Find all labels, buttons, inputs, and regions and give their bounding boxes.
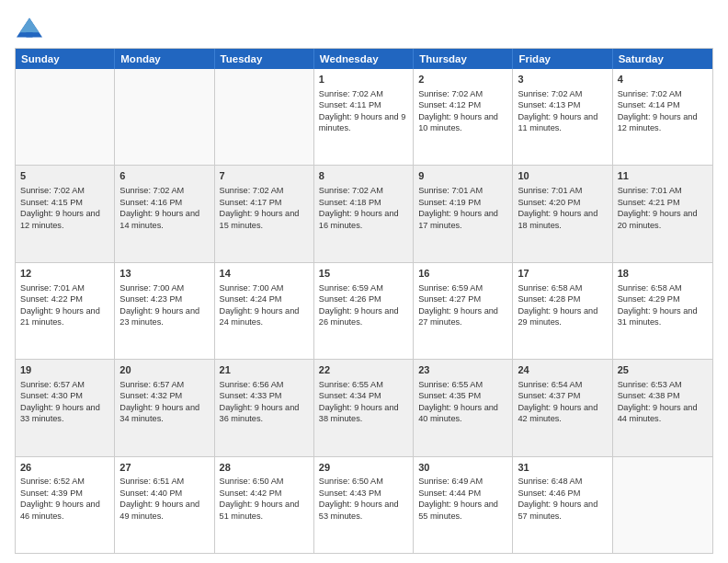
day-info: Sunrise: 6:58 AMSunset: 4:28 PMDaylight:… — [518, 283, 597, 327]
calendar-cell: 5Sunrise: 7:02 AMSunset: 4:15 PMDaylight… — [16, 166, 115, 261]
day-info: Sunrise: 6:59 AMSunset: 4:26 PMDaylight:… — [319, 283, 399, 327]
calendar-cell: 11Sunrise: 7:01 AMSunset: 4:21 PMDayligh… — [613, 166, 712, 261]
day-info: Sunrise: 6:55 AMSunset: 4:35 PMDaylight:… — [418, 380, 498, 423]
day-number: 29 — [319, 461, 408, 475]
calendar-cell: 24Sunrise: 6:54 AMSunset: 4:37 PMDayligh… — [513, 360, 612, 455]
day-number: 19 — [20, 363, 109, 377]
calendar-cell — [215, 69, 314, 165]
day-info: Sunrise: 6:49 AMSunset: 4:44 PMDaylight:… — [418, 477, 498, 520]
calendar-cell: 30Sunrise: 6:49 AMSunset: 4:44 PMDayligh… — [414, 457, 513, 553]
calendar-cell: 22Sunrise: 6:55 AMSunset: 4:34 PMDayligh… — [314, 360, 414, 455]
day-number: 12 — [20, 267, 109, 281]
day-number: 27 — [119, 461, 209, 475]
calendar-row: 5Sunrise: 7:02 AMSunset: 4:15 PMDaylight… — [16, 165, 712, 261]
day-info: Sunrise: 7:02 AMSunset: 4:11 PMDaylight:… — [319, 89, 406, 132]
calendar-cell: 12Sunrise: 7:01 AMSunset: 4:22 PMDayligh… — [16, 263, 115, 359]
day-number: 2 — [418, 73, 507, 86]
day-info: Sunrise: 6:57 AMSunset: 4:32 PMDaylight:… — [119, 380, 199, 423]
calendar-cell: 13Sunrise: 7:00 AMSunset: 4:23 PMDayligh… — [115, 263, 214, 359]
day-number: 6 — [119, 169, 209, 183]
calendar-cell: 15Sunrise: 6:59 AMSunset: 4:26 PMDayligh… — [314, 263, 414, 359]
weekday-header: Sunday — [16, 49, 115, 69]
day-number: 28 — [220, 461, 309, 475]
day-info: Sunrise: 6:50 AMSunset: 4:43 PMDaylight:… — [319, 477, 399, 520]
calendar-cell: 20Sunrise: 6:57 AMSunset: 4:32 PMDayligh… — [115, 360, 214, 455]
day-info: Sunrise: 6:54 AMSunset: 4:37 PMDaylight:… — [518, 380, 597, 423]
day-info: Sunrise: 6:50 AMSunset: 4:42 PMDaylight:… — [220, 477, 300, 520]
day-number: 4 — [618, 73, 708, 86]
logo-icon — [15, 15, 44, 40]
day-number: 17 — [518, 267, 607, 281]
calendar-row: 19Sunrise: 6:57 AMSunset: 4:30 PMDayligh… — [16, 359, 712, 455]
calendar-cell: 1Sunrise: 7:02 AMSunset: 4:11 PMDaylight… — [314, 69, 414, 165]
day-info: Sunrise: 6:58 AMSunset: 4:29 PMDaylight:… — [618, 283, 698, 327]
svg-marker-1 — [20, 18, 40, 33]
calendar-body: 1Sunrise: 7:02 AMSunset: 4:11 PMDaylight… — [16, 69, 712, 553]
calendar-cell: 2Sunrise: 7:02 AMSunset: 4:12 PMDaylight… — [414, 69, 513, 165]
day-number: 7 — [220, 169, 309, 183]
day-info: Sunrise: 7:01 AMSunset: 4:21 PMDaylight:… — [618, 186, 698, 229]
day-info: Sunrise: 6:53 AMSunset: 4:38 PMDaylight:… — [618, 380, 698, 423]
day-number: 3 — [518, 73, 607, 86]
day-info: Sunrise: 7:02 AMSunset: 4:15 PMDaylight:… — [20, 186, 100, 229]
day-number: 14 — [220, 267, 309, 281]
calendar-cell — [115, 69, 214, 165]
day-number: 24 — [518, 363, 607, 377]
day-info: Sunrise: 7:00 AMSunset: 4:24 PMDaylight:… — [220, 283, 300, 327]
calendar-cell: 9Sunrise: 7:01 AMSunset: 4:19 PMDaylight… — [414, 166, 513, 261]
day-info: Sunrise: 6:56 AMSunset: 4:33 PMDaylight:… — [220, 380, 300, 423]
day-number: 25 — [618, 363, 708, 377]
calendar-cell: 26Sunrise: 6:52 AMSunset: 4:39 PMDayligh… — [16, 457, 115, 553]
day-number: 9 — [418, 169, 507, 183]
day-number: 18 — [618, 267, 708, 281]
weekday-header: Tuesday — [215, 49, 314, 69]
day-info: Sunrise: 6:48 AMSunset: 4:46 PMDaylight:… — [518, 477, 597, 520]
calendar-row: 12Sunrise: 7:01 AMSunset: 4:22 PMDayligh… — [16, 262, 712, 359]
calendar-cell: 7Sunrise: 7:02 AMSunset: 4:17 PMDaylight… — [215, 166, 314, 261]
weekday-header: Monday — [115, 49, 214, 69]
weekday-header: Wednesday — [314, 49, 414, 69]
calendar-cell: 19Sunrise: 6:57 AMSunset: 4:30 PMDayligh… — [16, 360, 115, 455]
calendar-cell — [613, 457, 712, 553]
calendar-cell: 31Sunrise: 6:48 AMSunset: 4:46 PMDayligh… — [513, 457, 612, 553]
svg-rect-2 — [27, 32, 33, 37]
day-number: 30 — [418, 461, 507, 475]
day-number: 5 — [20, 169, 109, 183]
day-number: 15 — [319, 267, 408, 281]
calendar-header: SundayMondayTuesdayWednesdayThursdayFrid… — [16, 49, 712, 69]
calendar-cell: 14Sunrise: 7:00 AMSunset: 4:24 PMDayligh… — [215, 263, 314, 359]
weekday-header: Thursday — [414, 49, 513, 69]
day-info: Sunrise: 7:01 AMSunset: 4:22 PMDaylight:… — [20, 283, 100, 327]
day-number: 11 — [618, 169, 708, 183]
calendar-cell: 25Sunrise: 6:53 AMSunset: 4:38 PMDayligh… — [613, 360, 712, 455]
calendar-cell: 10Sunrise: 7:01 AMSunset: 4:20 PMDayligh… — [513, 166, 612, 261]
calendar: SundayMondayTuesdayWednesdayThursdayFrid… — [15, 48, 713, 554]
calendar-cell: 23Sunrise: 6:55 AMSunset: 4:35 PMDayligh… — [414, 360, 513, 455]
day-info: Sunrise: 7:02 AMSunset: 4:18 PMDaylight:… — [319, 186, 399, 229]
day-number: 1 — [319, 73, 408, 86]
calendar-row: 26Sunrise: 6:52 AMSunset: 4:39 PMDayligh… — [16, 456, 712, 553]
day-number: 16 — [418, 267, 507, 281]
day-info: Sunrise: 7:01 AMSunset: 4:19 PMDaylight:… — [418, 186, 498, 229]
day-info: Sunrise: 6:57 AMSunset: 4:30 PMDaylight:… — [20, 380, 100, 423]
calendar-cell: 17Sunrise: 6:58 AMSunset: 4:28 PMDayligh… — [513, 263, 612, 359]
calendar-cell: 29Sunrise: 6:50 AMSunset: 4:43 PMDayligh… — [314, 457, 414, 553]
day-info: Sunrise: 6:52 AMSunset: 4:39 PMDaylight:… — [20, 477, 100, 520]
day-number: 10 — [518, 169, 607, 183]
calendar-cell: 18Sunrise: 6:58 AMSunset: 4:29 PMDayligh… — [613, 263, 712, 359]
calendar-cell: 21Sunrise: 6:56 AMSunset: 4:33 PMDayligh… — [215, 360, 314, 455]
day-number: 13 — [119, 267, 209, 281]
calendar-cell: 6Sunrise: 7:02 AMSunset: 4:16 PMDaylight… — [115, 166, 214, 261]
calendar-cell: 27Sunrise: 6:51 AMSunset: 4:40 PMDayligh… — [115, 457, 214, 553]
day-info: Sunrise: 7:02 AMSunset: 4:13 PMDaylight:… — [518, 89, 597, 132]
day-info: Sunrise: 7:01 AMSunset: 4:20 PMDaylight:… — [518, 186, 597, 229]
calendar-cell: 16Sunrise: 6:59 AMSunset: 4:27 PMDayligh… — [414, 263, 513, 359]
day-info: Sunrise: 7:02 AMSunset: 4:14 PMDaylight:… — [618, 89, 698, 132]
day-info: Sunrise: 6:59 AMSunset: 4:27 PMDaylight:… — [418, 283, 498, 327]
day-number: 21 — [220, 363, 309, 377]
weekday-header: Saturday — [613, 49, 712, 69]
logo — [15, 15, 48, 40]
day-info: Sunrise: 6:55 AMSunset: 4:34 PMDaylight:… — [319, 380, 399, 423]
day-info: Sunrise: 7:02 AMSunset: 4:17 PMDaylight:… — [220, 186, 300, 229]
calendar-cell: 3Sunrise: 7:02 AMSunset: 4:13 PMDaylight… — [513, 69, 612, 165]
